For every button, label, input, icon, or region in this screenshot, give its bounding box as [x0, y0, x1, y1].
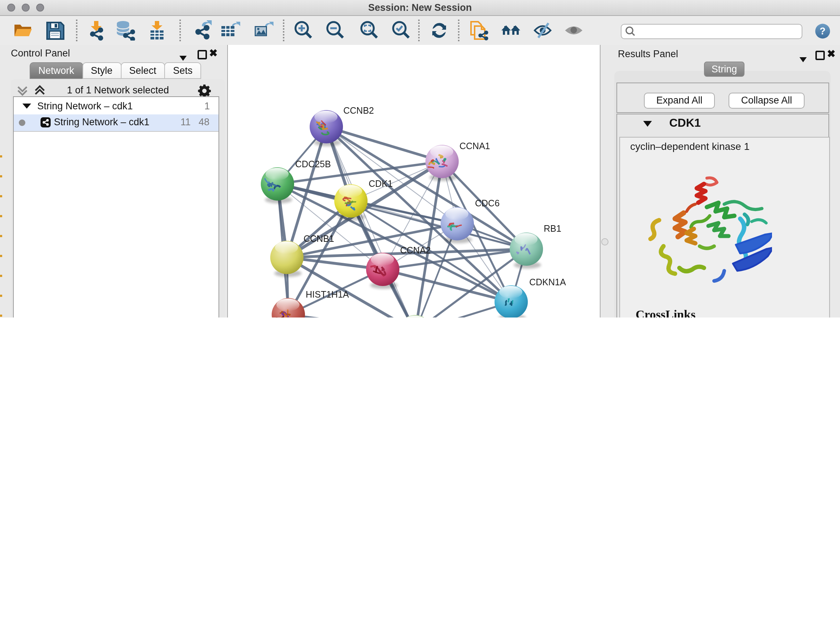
svg-text:CCNB1: CCNB1 — [303, 233, 334, 244]
svg-text:CCNB2: CCNB2 — [343, 105, 374, 116]
svg-text:CDK1: CDK1 — [369, 179, 393, 188]
svg-text:CCNA1: CCNA1 — [459, 141, 490, 151]
svg-text:CDC25B: CDC25B — [295, 159, 331, 169]
svg-text:RB1: RB1 — [544, 223, 561, 233]
svg-text:CCNA2: CCNA2 — [400, 245, 431, 255]
svg-text:CDKN1A: CDKN1A — [529, 277, 566, 287]
svg-text:CDC6: CDC6 — [475, 198, 500, 208]
svg-text:HIST1H1A: HIST1H1A — [306, 289, 349, 299]
svg-text:?: ? — [820, 26, 826, 36]
